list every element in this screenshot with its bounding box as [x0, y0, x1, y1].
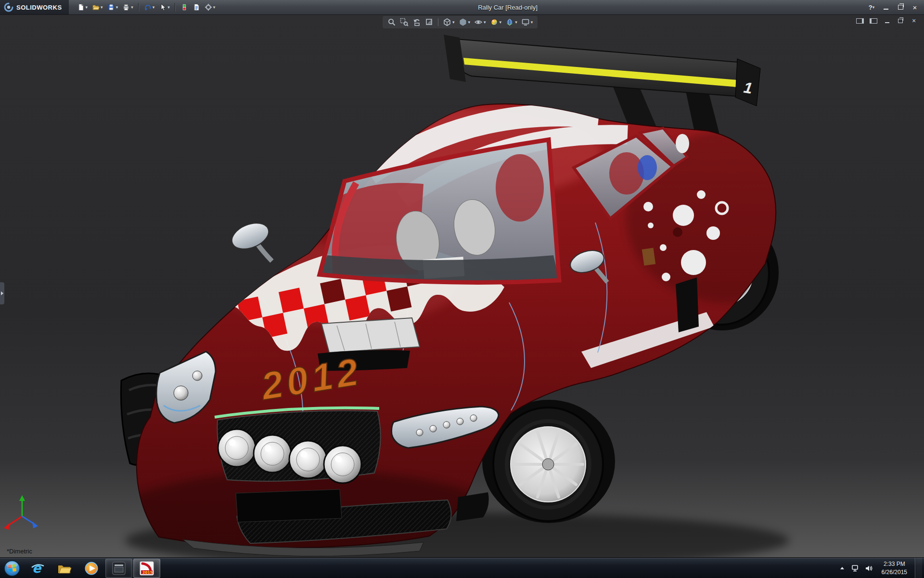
zoom-to-fit-icon	[387, 18, 396, 26]
hidden-icons-button[interactable]	[837, 564, 847, 573]
document-close-button[interactable]: ×	[909, 16, 919, 25]
taskbar-solidworks-2015[interactable]: 2015	[133, 559, 160, 578]
taskbar-clock[interactable]: 2:33 PM 6/26/2015	[878, 560, 911, 576]
print-icon	[122, 3, 130, 11]
taskbar: e	[0, 557, 924, 578]
new-document-button[interactable]: ▾	[76, 2, 90, 12]
new-document-icon	[77, 3, 85, 11]
display-style-button[interactable]: ▾	[458, 17, 472, 27]
dropdown-arrow-icon[interactable]: ▾	[531, 20, 533, 25]
tray-network-icon[interactable]	[851, 564, 860, 573]
dark-app-icon	[112, 561, 126, 576]
zoom-to-area-button[interactable]	[399, 17, 410, 27]
close-button[interactable]: ×	[909, 2, 921, 12]
save-button[interactable]: ▾	[106, 2, 120, 12]
dropdown-arrow-icon[interactable]: ▾	[468, 20, 471, 25]
undo-arrow-icon	[144, 3, 152, 11]
minimize-button[interactable]	[880, 2, 892, 12]
section-view-button[interactable]	[424, 17, 435, 27]
restore-button[interactable]	[894, 2, 907, 12]
scene-globe-icon	[505, 18, 514, 26]
taskbar-windows-explorer[interactable]	[51, 559, 77, 578]
titlebar: SOLIDWORKS ▾ ▾ ▾	[0, 0, 924, 15]
show-desktop-button[interactable]	[915, 558, 922, 578]
dropdown-arrow-icon[interactable]: ▾	[167, 5, 170, 10]
media-player-icon	[84, 561, 99, 576]
print-button[interactable]: ▾	[121, 2, 135, 12]
previous-view-button[interactable]	[411, 17, 422, 27]
tray-volume-icon[interactable]	[864, 564, 874, 573]
close-icon: ×	[913, 4, 917, 11]
dropdown-arrow-icon[interactable]: ▾	[153, 5, 155, 10]
pane-left-icon	[856, 18, 864, 24]
solidworks-logo: SOLIDWORKS	[0, 0, 69, 14]
options-gear-icon	[205, 3, 212, 11]
open-folder-icon	[92, 3, 100, 11]
apply-scene-button[interactable]: ▾	[504, 17, 518, 27]
internet-explorer-icon: e	[30, 561, 45, 576]
dropdown-arrow-icon[interactable]: ▾	[213, 5, 216, 10]
dropdown-arrow-icon[interactable]: ▾	[484, 20, 486, 25]
taskbar-internet-explorer[interactable]: e	[25, 559, 51, 578]
rally-car-model: 1	[0, 14, 924, 557]
document-restore-button[interactable]	[895, 16, 906, 25]
graphics-viewport[interactable]: 1	[0, 14, 924, 557]
pane-right-button[interactable]	[868, 16, 879, 25]
undo-button[interactable]: ▾	[142, 2, 156, 12]
chevron-right-icon	[1, 291, 3, 295]
previous-view-icon	[412, 18, 421, 26]
zoom-to-area-icon	[400, 18, 409, 26]
rebuild-button[interactable]	[179, 2, 190, 12]
chevron-up-icon	[839, 565, 846, 572]
windshield	[320, 140, 559, 282]
section-view-icon	[425, 18, 434, 26]
taskbar-media-player[interactable]	[78, 559, 104, 578]
view-orientation-button[interactable]: ▾	[442, 17, 456, 27]
dropdown-arrow-icon[interactable]: ▾	[500, 20, 502, 25]
start-button[interactable]	[0, 558, 24, 578]
solidworks-badge: 2015	[142, 570, 153, 574]
view-orientation-cube-icon	[443, 18, 451, 26]
dropdown-arrow-icon[interactable]: ▾	[101, 5, 103, 10]
view-settings-button[interactable]: ▾	[520, 17, 534, 27]
edit-appearance-button[interactable]: ▾	[489, 17, 503, 27]
dropdown-arrow-icon[interactable]: ▾	[86, 5, 88, 10]
options-button[interactable]: ▾	[203, 2, 217, 12]
screen: SOLIDWORKS ▾ ▾ ▾	[0, 0, 924, 578]
open-button[interactable]: ▾	[90, 2, 104, 12]
toolbar-separator	[175, 3, 176, 12]
file-properties-button[interactable]	[191, 2, 202, 12]
taskbar-running-app[interactable]	[105, 559, 132, 578]
select-button[interactable]: ▾	[157, 2, 171, 12]
clock-time: 2:33 PM	[884, 560, 905, 568]
rebuild-icon	[180, 3, 188, 11]
toolbar-separator	[438, 18, 438, 26]
display-style-icon	[459, 18, 467, 26]
document-minimize-button[interactable]	[882, 16, 892, 25]
dropdown-arrow-icon[interactable]: ▾	[452, 20, 455, 25]
zoom-to-fit-button[interactable]	[386, 17, 397, 27]
help-button[interactable]: ? ▾	[865, 2, 878, 12]
network-icon	[851, 565, 860, 572]
license-plate	[236, 489, 342, 522]
folder-icon	[57, 562, 72, 575]
view-settings-icon	[521, 18, 530, 26]
minimize-icon	[884, 9, 888, 10]
dropdown-arrow-icon[interactable]: ▾	[873, 5, 875, 10]
speaker-icon	[865, 565, 873, 572]
dropdown-arrow-icon[interactable]: ▾	[131, 5, 133, 10]
dropdown-arrow-icon[interactable]: ▾	[515, 20, 517, 25]
window-title: Rally Car [Read-only]	[164, 4, 852, 11]
task-pane-collapsed-tab[interactable]	[0, 282, 4, 304]
eye-icon	[474, 18, 483, 26]
hide-show-items-button[interactable]: ▾	[473, 17, 487, 27]
view-orientation-label: *Dimetric	[7, 548, 32, 555]
select-cursor-icon	[159, 3, 167, 11]
pane-left-button[interactable]	[855, 16, 865, 25]
file-properties-icon	[192, 3, 200, 11]
windows-start-orb-icon	[3, 560, 21, 577]
dropdown-arrow-icon[interactable]: ▾	[116, 5, 118, 10]
save-floppy-icon	[107, 3, 115, 11]
titlebar-toolbar: ▾ ▾ ▾ ▾	[76, 2, 217, 12]
side-vent	[676, 277, 699, 332]
